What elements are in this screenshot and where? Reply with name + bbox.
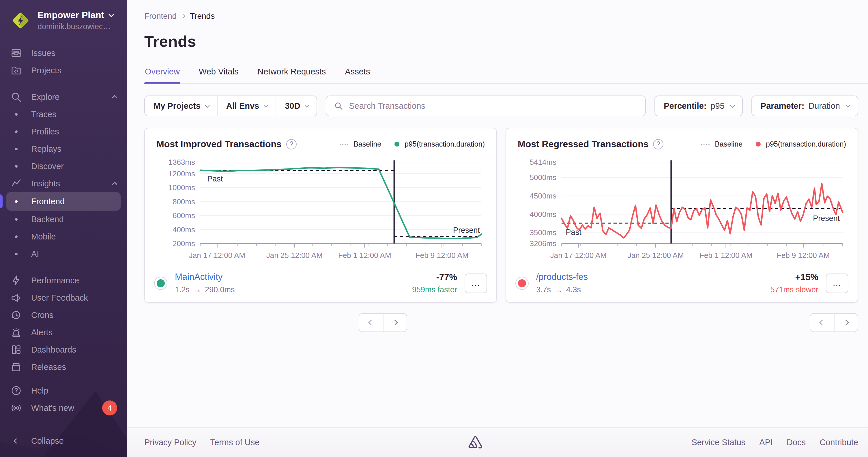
series-radio[interactable] [516,277,529,290]
org-switcher[interactable]: Empower Plant dominik.buszowiec… [0,0,127,31]
environment-filter[interactable]: All Envs [217,96,276,116]
sidebar-item-whats-new[interactable]: What's new 4 [0,399,127,417]
sidebar-item-alerts[interactable]: Alerts [0,324,127,341]
card-title: Most Improved Transactions [156,139,282,150]
sidebar-item-profiles[interactable]: Profiles [0,123,127,140]
clock-icon [10,309,23,321]
sidebar-item-backend[interactable]: Backend [0,210,127,228]
more-actions-button[interactable]: … [826,273,848,293]
previous-page-button[interactable] [359,314,383,331]
terms-of-use-link[interactable]: Terms of Use [210,438,260,447]
sidebar-item-releases[interactable]: Releases [0,358,127,376]
previous-page-button[interactable] [810,314,834,331]
search-input[interactable] [349,101,638,111]
projects-filter[interactable]: My Projects [145,96,217,116]
next-page-button[interactable] [834,314,858,331]
date-range-label: 30D [285,101,300,111]
baseline-legend-label: Baseline [353,140,381,148]
regressed-trend-chart[interactable]: 5414ms5000ms4500ms4000ms3500ms3206msJan … [518,158,846,262]
sidebar-item-frontend[interactable]: Frontend [6,192,121,210]
siren-icon [10,327,23,338]
pagination-row [144,313,858,332]
chevron-down-icon [264,103,268,108]
sidebar-collapse-button[interactable]: Collapse [0,432,127,450]
sidebar-item-label: Mobile [31,232,56,241]
sidebar-item-user-feedback[interactable]: User Feedback [0,289,127,306]
card-title: Most Regressed Transactions [518,139,648,150]
help-icon[interactable]: ? [286,139,297,150]
page-footer: Privacy Policy Terms of Use Service Stat… [127,427,868,457]
parameter-value: Duration [808,101,840,111]
sidebar-nav: Issues Projects Explore Traces [0,44,127,376]
regressed-pagination [810,313,858,332]
bullet-icon [10,148,23,150]
bullet-icon [10,253,23,255]
svg-text:Past: Past [566,228,582,236]
chevron-up-icon [112,182,117,187]
sidebar-item-explore[interactable]: Explore [0,88,127,106]
next-page-button[interactable] [383,314,407,331]
sidebar-item-ai[interactable]: AI [0,245,127,263]
bullet-icon [10,130,23,133]
transaction-link[interactable]: /products-fes [536,272,588,282]
svg-text:Jan 17 12:00 AM: Jan 17 12:00 AM [550,251,607,260]
projects-filter-label: My Projects [154,101,200,111]
tab-bar: Overview Web Vitals Network Requests Ass… [144,67,868,84]
sidebar-item-label: Projects [31,66,61,75]
more-actions-button[interactable]: … [465,273,487,293]
series-radio[interactable] [154,277,167,290]
sidebar-item-label: AI [31,249,39,259]
svg-text:200ms: 200ms [173,239,195,248]
sidebar-item-issues[interactable]: Issues [0,44,127,62]
chevron-down-icon [205,103,210,108]
sidebar-item-dashboards[interactable]: Dashboards [0,341,127,358]
sidebar-item-replays[interactable]: Replays [0,140,127,158]
tab-assets[interactable]: Assets [344,67,371,84]
privacy-policy-link[interactable]: Privacy Policy [144,438,196,447]
duration-before: 1.2s [175,285,190,294]
help-icon [10,385,23,396]
improved-pagination [359,313,407,332]
org-user: dominik.buszowiec… [37,22,113,31]
sidebar-item-insights[interactable]: Insights [0,175,127,192]
sidebar-item-label: Frontend [31,197,65,206]
breadcrumb-parent[interactable]: Frontend [144,11,177,21]
tab-web-vitals[interactable]: Web Vitals [198,67,239,84]
improved-trend-chart[interactable]: 1363ms1200ms1000ms800ms600ms400ms200msJa… [156,158,485,262]
docs-link[interactable]: Docs [786,438,806,447]
sidebar-item-performance[interactable]: Performance [0,272,127,289]
search-box [326,96,646,116]
tab-overview[interactable]: Overview [144,67,180,84]
help-icon[interactable]: ? [653,139,663,150]
sidebar-item-label: Collapse [31,436,64,446]
sidebar-item-help[interactable]: Help [0,382,127,399]
tab-network-requests[interactable]: Network Requests [257,67,327,84]
percentile-dropdown[interactable]: Percentile: p95 [654,96,743,116]
sidebar-item-mobile[interactable]: Mobile [0,228,127,245]
svg-text:Jan 25 12:00 AM: Jan 25 12:00 AM [266,251,322,260]
sidebar-item-projects[interactable]: Projects [0,62,127,79]
arrow-right-icon: → [193,285,202,295]
service-status-link[interactable]: Service Status [691,438,745,447]
sidebar-item-discover[interactable]: Discover [0,158,127,175]
series-legend-label: p95(transaction.duration) [405,140,485,148]
transaction-link[interactable]: MainActivity [175,272,235,282]
sidebar-bottom: Help What's new 4 Collapse [0,382,127,450]
baseline-legend-label: Baseline [715,140,742,148]
sidebar-item-traces[interactable]: Traces [0,106,127,123]
search-icon [10,91,23,103]
sentry-logo-icon [466,433,485,452]
parameter-dropdown[interactable]: Parameter: Duration [751,96,858,116]
svg-text:Past: Past [207,174,223,183]
percentile-value: p95 [710,101,724,111]
environment-filter-label: All Envs [226,101,259,111]
date-range-filter[interactable]: 30D [276,96,316,116]
api-link[interactable]: API [759,438,773,447]
percent-change: -77% [436,272,457,283]
most-improved-card: Most Improved Transactions ? Baseline p9… [144,128,497,303]
sidebar-item-label: Explore [31,92,59,102]
whats-new-badge: 4 [102,400,117,416]
sidebar-item-crons[interactable]: Crons [0,306,127,324]
contribute-link[interactable]: Contribute [819,438,858,447]
duration-after: 4.3s [566,285,581,294]
